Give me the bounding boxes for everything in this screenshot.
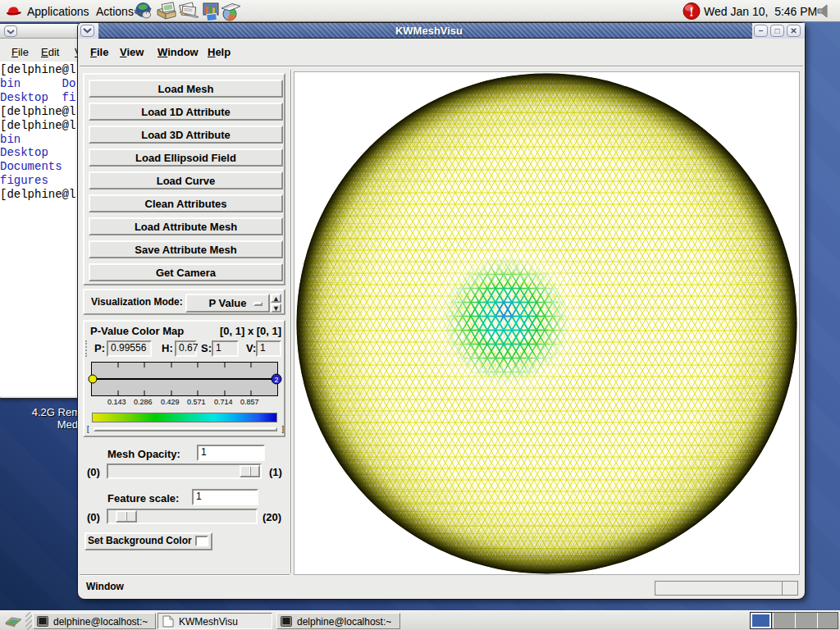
svg-text:!: !: [689, 5, 693, 19]
svg-text:2: 2: [274, 376, 278, 384]
